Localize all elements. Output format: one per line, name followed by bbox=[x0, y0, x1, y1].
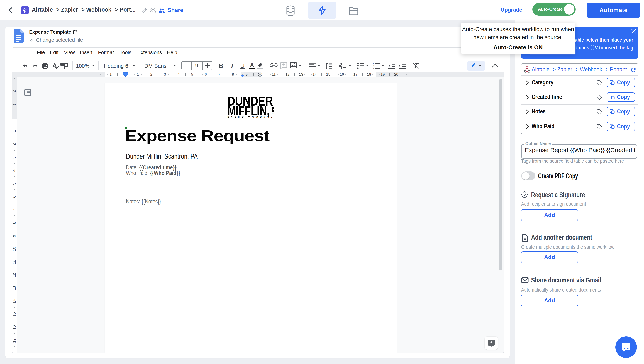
svg-text:3: 3 bbox=[373, 67, 374, 69]
